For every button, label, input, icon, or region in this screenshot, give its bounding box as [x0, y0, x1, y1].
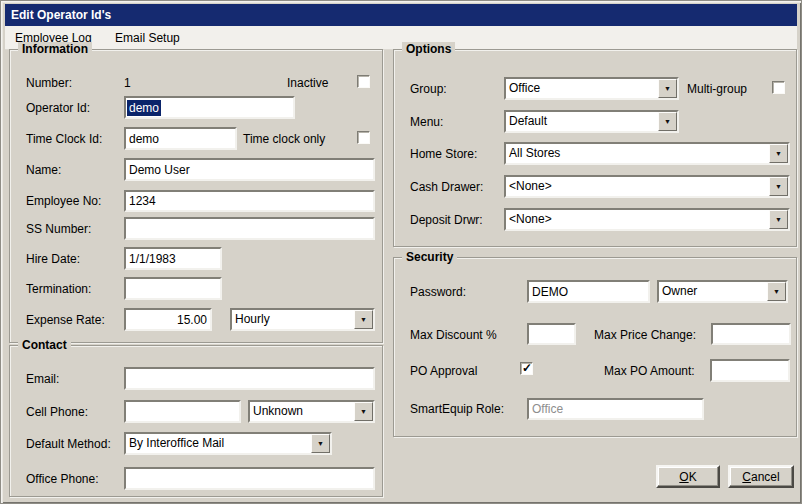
time-clock-id-input[interactable] [124, 127, 237, 150]
edit-operator-dialog: Edit Operator Id's Employee Log Email Se… [0, 0, 802, 504]
cash-drawer-label: Cash Drawer: [410, 180, 483, 194]
default-method-select[interactable]: By Interoffice Mail ▼ [124, 432, 332, 455]
group-value: Office [506, 79, 658, 98]
employee-no-label: Employee No: [26, 194, 101, 208]
menu-email-setup[interactable]: Email Setup [105, 26, 190, 49]
ss-number-input[interactable] [124, 217, 375, 240]
po-approval-checkbox[interactable] [520, 362, 533, 375]
home-store-select[interactable]: All Stores ▼ [504, 142, 790, 165]
name-label: Name: [26, 163, 61, 177]
group-select[interactable]: Office ▼ [504, 77, 679, 100]
inactive-checkbox[interactable] [357, 75, 370, 88]
time-clock-id-label: Time Clock Id: [26, 132, 102, 146]
deposit-drwr-label: Deposit Drwr: [410, 213, 483, 227]
information-group: Information Number: 1 Inactive Operator … [9, 49, 383, 343]
po-approval-label: PO Approval [410, 364, 477, 378]
password-label: Password: [410, 285, 466, 299]
office-phone-label: Office Phone: [26, 472, 99, 486]
max-po-amount-label: Max PO Amount: [604, 364, 695, 378]
number-value: 1 [124, 76, 131, 90]
termination-input[interactable] [124, 277, 222, 300]
max-discount-input[interactable] [527, 323, 576, 345]
cash-drawer-value: <None> [506, 177, 769, 196]
menu-bar: Employee Log Email Setup [5, 26, 797, 50]
email-input[interactable] [124, 367, 375, 390]
chevron-down-icon[interactable]: ▼ [658, 112, 677, 131]
operator-id-input[interactable]: demo [124, 96, 295, 119]
max-discount-label: Max Discount % [410, 328, 497, 342]
chevron-down-icon[interactable]: ▼ [769, 210, 788, 229]
office-phone-input[interactable] [124, 467, 375, 490]
chevron-down-icon[interactable]: ▼ [311, 434, 330, 453]
max-price-change-label: Max Price Change: [594, 328, 696, 342]
default-method-label: Default Method: [26, 437, 111, 451]
cell-phone-label: Cell Phone: [26, 405, 88, 419]
password-level-value: Owner [659, 282, 767, 301]
chevron-down-icon[interactable]: ▼ [354, 402, 373, 421]
chevron-down-icon[interactable]: ▼ [354, 310, 373, 329]
options-group: Options Group: Office ▼ Multi-group Menu… [393, 49, 797, 247]
expense-rate-unit-select[interactable]: Hourly ▼ [230, 308, 375, 331]
cell-phone-input[interactable] [124, 400, 241, 423]
smartequip-role-label: SmartEquip Role: [410, 402, 504, 416]
cancel-button-label: Cancel [742, 470, 779, 484]
security-legend: Security [402, 250, 457, 265]
chevron-down-icon[interactable]: ▼ [769, 177, 788, 196]
contact-group: Contact Email: Cell Phone: Unknown ▼ Def… [9, 345, 383, 497]
menu-select[interactable]: Default ▼ [504, 110, 679, 133]
employee-no-input[interactable] [124, 190, 375, 212]
expense-rate-input[interactable] [124, 308, 212, 331]
password-level-select[interactable]: Owner ▼ [657, 280, 788, 303]
contact-legend: Contact [18, 338, 71, 353]
smartequip-role-input[interactable] [527, 398, 704, 420]
information-legend: Information [18, 42, 92, 57]
ss-number-label: SS Number: [26, 222, 91, 236]
cash-drawer-select[interactable]: <None> ▼ [504, 175, 790, 198]
multi-group-checkbox[interactable] [772, 81, 785, 94]
cell-phone-type-select[interactable]: Unknown ▼ [248, 400, 375, 423]
max-price-change-input[interactable] [711, 323, 791, 345]
name-input[interactable] [124, 158, 375, 181]
menu-label: Menu: [410, 115, 443, 129]
email-label: Email: [26, 372, 59, 386]
hire-date-label: Hire Date: [26, 252, 80, 266]
title-bar[interactable]: Edit Operator Id's [5, 4, 797, 26]
ok-button[interactable]: OK [656, 465, 720, 488]
time-clock-only-checkbox[interactable] [357, 131, 370, 144]
group-label: Group: [410, 82, 447, 96]
security-group: Security Password: Owner ▼ Max Discount … [393, 257, 797, 437]
operator-id-selected-text: demo [127, 100, 161, 116]
max-po-amount-input[interactable] [710, 359, 790, 382]
expense-rate-label: Expense Rate: [26, 313, 105, 327]
number-label: Number: [26, 76, 72, 90]
window-title: Edit Operator Id's [11, 8, 111, 22]
operator-id-label: Operator Id: [26, 101, 90, 115]
time-clock-only-label: Time clock only [243, 132, 325, 146]
ok-button-label: OK [679, 470, 696, 484]
home-store-label: Home Store: [410, 147, 477, 161]
default-method-value: By Interoffice Mail [126, 434, 311, 453]
chevron-down-icon[interactable]: ▼ [658, 79, 677, 98]
hire-date-input[interactable] [124, 247, 222, 270]
home-store-value: All Stores [506, 144, 769, 163]
termination-label: Termination: [26, 282, 91, 296]
expense-rate-unit-value: Hourly [232, 310, 354, 329]
multi-group-label: Multi-group [687, 82, 747, 96]
options-legend: Options [402, 42, 455, 57]
deposit-drwr-select[interactable]: <None> ▼ [504, 208, 790, 231]
inactive-label: Inactive [287, 76, 328, 90]
chevron-down-icon[interactable]: ▼ [769, 144, 788, 163]
menu-value: Default [506, 112, 658, 131]
cell-phone-type-value: Unknown [250, 402, 354, 421]
chevron-down-icon[interactable]: ▼ [767, 282, 786, 301]
password-input[interactable] [527, 280, 650, 303]
deposit-drwr-value: <None> [506, 210, 769, 229]
cancel-button[interactable]: Cancel [728, 465, 794, 488]
